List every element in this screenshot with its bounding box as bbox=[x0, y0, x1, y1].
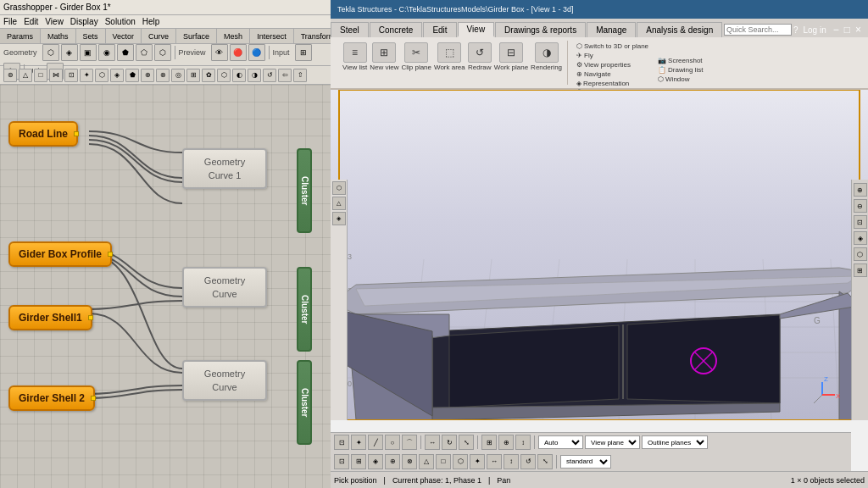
bt-rotate[interactable]: ↻ bbox=[442, 435, 457, 450]
tb-icon-h[interactable]: ◈ bbox=[110, 69, 124, 82]
gider-box-profile-node[interactable]: Gider Box Profile bbox=[8, 241, 112, 267]
menu-display[interactable]: Display bbox=[70, 17, 98, 26]
drawing-list-btn[interactable]: 📋 Drawing list bbox=[658, 66, 703, 74]
tab-edit[interactable]: Edit bbox=[423, 22, 456, 37]
view-props-btn[interactable]: ⚙ View properties bbox=[576, 61, 648, 69]
tab-view[interactable]: View bbox=[458, 22, 495, 37]
tb-icon-r[interactable]: ↺ bbox=[263, 69, 276, 82]
tb-icon-1[interactable]: ⬡ bbox=[42, 44, 59, 61]
tab-intersect[interactable]: Intersect bbox=[250, 29, 294, 43]
tb-icon-g[interactable]: ⬡ bbox=[95, 69, 108, 82]
bt-r2-1[interactable]: ⊡ bbox=[334, 454, 349, 469]
bt-grid[interactable]: ⊞ bbox=[481, 435, 497, 450]
tab-mesh[interactable]: Mesh bbox=[217, 29, 250, 43]
left-icon-2[interactable]: △ bbox=[332, 197, 346, 210]
bt-arc[interactable]: ⌒ bbox=[402, 435, 417, 450]
representation-btn[interactable]: ◈ Representation bbox=[576, 80, 648, 87]
menu-edit[interactable]: Edit bbox=[24, 17, 38, 26]
tb-input-1[interactable]: ⊞ bbox=[295, 44, 312, 61]
tb-icon-7[interactable]: ⬡ bbox=[154, 44, 171, 61]
tb-icon-d[interactable]: ⋈ bbox=[49, 69, 63, 82]
bt-measure[interactable]: ↕ bbox=[515, 435, 531, 450]
geo-curve-1-node[interactable]: Geometry Curve 1 bbox=[182, 148, 267, 189]
tab-transform[interactable]: Transform bbox=[294, 29, 331, 43]
tab-steel[interactable]: Steel bbox=[331, 22, 369, 37]
snap-mode-select[interactable]: Auto Manual bbox=[538, 435, 583, 449]
tb-icon-p[interactable]: ◐ bbox=[232, 69, 246, 82]
bt-r2-13[interactable]: ⤡ bbox=[537, 454, 553, 469]
bt-r2-3[interactable]: ◈ bbox=[368, 454, 383, 469]
tb-icon-l[interactable]: ◎ bbox=[171, 69, 185, 82]
tb-icon-6[interactable]: ⬠ bbox=[136, 44, 153, 61]
tb-icon-q[interactable]: ◑ bbox=[248, 69, 261, 82]
tb-icon-e[interactable]: ⊡ bbox=[64, 69, 78, 82]
work-area-btn[interactable]: ⬚ Work area bbox=[434, 42, 465, 71]
redraw-btn[interactable]: ↺ Redraw bbox=[468, 42, 492, 71]
girder-shell2-node[interactable]: Girder Shell 2 bbox=[8, 385, 95, 411]
tb-icon-a[interactable]: ⊚ bbox=[3, 69, 17, 82]
tb-icon-4[interactable]: ◉ bbox=[98, 44, 115, 61]
bt-r2-10[interactable]: ↔ bbox=[487, 454, 502, 469]
tb-icon-i[interactable]: ⬟ bbox=[125, 69, 139, 82]
tb-icon-5[interactable]: ⬟ bbox=[117, 44, 134, 61]
rendering-btn[interactable]: ◑ Rendering bbox=[531, 42, 562, 71]
help-icon[interactable]: ? bbox=[793, 25, 798, 35]
cluster-1[interactable]: Cluster bbox=[297, 148, 312, 233]
tekla-viewport[interactable]: T R 10 A B C D E F G H 3 2 1 0 bbox=[331, 90, 868, 420]
window-btn[interactable]: ⬡ Window bbox=[658, 75, 703, 83]
clip-plane-btn[interactable]: ✂ Clip plane bbox=[401, 42, 431, 71]
tb-preview-3[interactable]: 🔵 bbox=[248, 44, 265, 61]
tab-maths[interactable]: Maths bbox=[41, 29, 76, 43]
side-btn-3[interactable]: ⊡ bbox=[854, 215, 867, 229]
tb-preview-2[interactable]: 🔴 bbox=[230, 44, 247, 61]
menu-solution[interactable]: Solution bbox=[105, 17, 136, 26]
tb-icon-f[interactable]: ✦ bbox=[80, 69, 93, 82]
bt-circle[interactable]: ○ bbox=[385, 435, 400, 450]
tb-icon-j[interactable]: ⊕ bbox=[141, 69, 154, 82]
bt-r2-5[interactable]: ⊗ bbox=[402, 454, 417, 469]
side-btn-2[interactable]: ⊖ bbox=[854, 199, 867, 213]
cluster-2[interactable]: Cluster bbox=[297, 267, 312, 352]
minimize-btn[interactable]: − bbox=[833, 24, 839, 36]
tab-sets[interactable]: Sets bbox=[76, 29, 106, 43]
bt-r2-9[interactable]: ✦ bbox=[470, 454, 485, 469]
bt-move[interactable]: ↔ bbox=[425, 435, 440, 450]
side-btn-1[interactable]: ⊕ bbox=[854, 183, 867, 197]
switch-3d-btn[interactable]: ⬡ Switch to 3D or plane bbox=[576, 42, 648, 50]
menu-view[interactable]: View bbox=[45, 17, 64, 26]
bt-snap[interactable]: ⊕ bbox=[498, 435, 514, 450]
tb-icon-2[interactable]: ◈ bbox=[61, 44, 78, 61]
left-icon-1[interactable]: ⬡ bbox=[332, 181, 346, 195]
tb-preview-1[interactable]: 👁 bbox=[211, 44, 228, 61]
side-btn-6[interactable]: ⊞ bbox=[854, 263, 867, 277]
tb-icon-b[interactable]: △ bbox=[19, 69, 32, 82]
outline-planes-select[interactable]: Outline planes bbox=[642, 435, 708, 449]
side-btn-4[interactable]: ◈ bbox=[854, 231, 867, 245]
tab-params[interactable]: Params bbox=[0, 29, 41, 43]
view-list-btn[interactable]: ≡ View list bbox=[342, 42, 367, 71]
navigate-btn[interactable]: ⊕ Navigate bbox=[576, 70, 648, 78]
tab-drawings[interactable]: Drawings & reports bbox=[495, 22, 586, 37]
tb-icon-t[interactable]: ⇧ bbox=[293, 69, 307, 82]
geo-curve-2-node[interactable]: Geometry Curve bbox=[182, 267, 267, 308]
work-plane-btn[interactable]: ⊟ Work plane bbox=[494, 42, 528, 71]
tab-surface[interactable]: Surface bbox=[176, 29, 217, 43]
left-icon-3[interactable]: ◈ bbox=[332, 212, 346, 225]
tab-manage[interactable]: Manage bbox=[587, 22, 636, 37]
tb-icon-k[interactable]: ⊗ bbox=[156, 69, 170, 82]
close-btn[interactable]: × bbox=[855, 24, 861, 36]
standard-select[interactable]: standard bbox=[560, 455, 611, 469]
tb-icon-n[interactable]: ✿ bbox=[202, 69, 215, 82]
side-btn-5[interactable]: ⬡ bbox=[854, 247, 867, 261]
bt-r2-4[interactable]: ⊕ bbox=[385, 454, 400, 469]
bt-r2-8[interactable]: ⬡ bbox=[453, 454, 468, 469]
bt-r2-6[interactable]: △ bbox=[419, 454, 434, 469]
tb-icon-s[interactable]: ⇦ bbox=[278, 69, 292, 82]
tab-concrete[interactable]: Concrete bbox=[370, 22, 423, 37]
tab-vector[interactable]: Vector bbox=[106, 29, 142, 43]
cluster-3[interactable]: Cluster bbox=[297, 360, 312, 445]
bt-select[interactable]: ⊡ bbox=[334, 435, 349, 450]
tb-icon-m[interactable]: ⊞ bbox=[186, 69, 200, 82]
tab-curve[interactable]: Curve bbox=[142, 29, 176, 43]
view-plane-select[interactable]: View plane bbox=[585, 435, 640, 449]
